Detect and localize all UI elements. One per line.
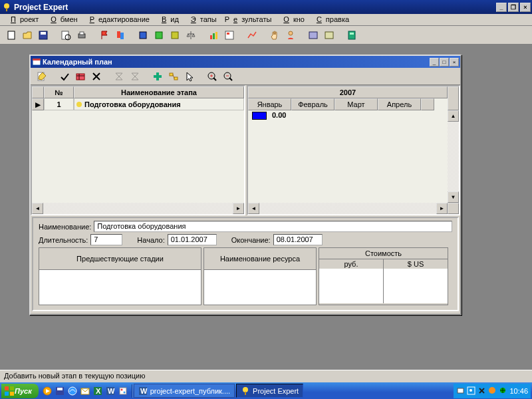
preview-icon[interactable] — [59, 28, 73, 43]
ql-media-icon[interactable] — [41, 385, 53, 397]
timeline-body[interactable]: 0.00 ▲ ▼ — [248, 110, 459, 203]
col-num-header[interactable]: № — [44, 86, 74, 98]
menu-stages[interactable]: Этапы — [183, 14, 221, 25]
save-icon[interactable] — [36, 28, 51, 43]
flag-icon[interactable] — [97, 28, 112, 43]
grid-body[interactable] — [32, 110, 244, 203]
line-chart-icon[interactable] — [245, 28, 259, 43]
cancel-icon[interactable] — [89, 69, 104, 84]
resource-table[interactable]: Наименование ресурса — [203, 247, 317, 305]
window2-icon[interactable] — [322, 28, 336, 43]
sum2-icon[interactable] — [128, 69, 142, 84]
menu-results[interactable]: Результаты — [221, 14, 276, 25]
ql-save-icon[interactable] — [54, 385, 66, 397]
tray-time[interactable]: 10:46 — [509, 387, 528, 395]
task-project-expert[interactable]: Project Expert — [236, 384, 303, 398]
close-button[interactable]: × — [520, 3, 531, 12]
cube1-icon[interactable] — [136, 28, 150, 43]
person-icon[interactable] — [283, 28, 298, 43]
scroll-down-button[interactable]: ▼ — [448, 192, 459, 203]
start-button[interactable]: Пуск — [1, 384, 39, 398]
menu-window[interactable]: Окно — [275, 14, 309, 25]
prev-stages-body[interactable] — [39, 270, 201, 305]
tray-icon[interactable] — [488, 386, 497, 395]
open-icon[interactable] — [20, 28, 35, 43]
cost-table[interactable]: Стоимость руб. $ US — [319, 247, 448, 305]
restore-button[interactable]: ❐ — [508, 3, 519, 12]
resource-body[interactable] — [204, 270, 316, 305]
flags-icon[interactable] — [113, 28, 128, 43]
duration-field[interactable]: 7 — [90, 234, 122, 245]
month-cell[interactable]: Март — [334, 98, 378, 110]
tray-icon[interactable] — [467, 386, 475, 395]
scroll-track[interactable] — [43, 203, 233, 214]
zoom-out-icon[interactable] — [221, 69, 235, 84]
h-scroll-left[interactable]: ◄ ► — [32, 203, 244, 214]
bar-chart-icon[interactable] — [206, 28, 221, 43]
end-field[interactable]: 08.01.2007 — [273, 234, 323, 245]
add-icon[interactable] — [150, 69, 165, 84]
hand-icon[interactable] — [267, 28, 282, 43]
pointer-icon[interactable] — [182, 69, 197, 84]
scroll-left-button[interactable]: ◄ — [32, 203, 43, 214]
svg-rect-56 — [120, 388, 126, 394]
cube2-icon[interactable] — [152, 28, 166, 43]
scroll-right-button[interactable]: ► — [436, 203, 448, 214]
month-cell[interactable]: Январь — [248, 98, 291, 110]
corner — [448, 86, 459, 110]
report-icon[interactable] — [222, 28, 237, 43]
system-tray[interactable]: 10:46 — [454, 384, 531, 398]
col-name-header[interactable]: Наименование этапа — [74, 86, 244, 98]
new-icon[interactable] — [4, 28, 19, 43]
cube3-icon[interactable] — [168, 28, 182, 43]
gantt-bar[interactable] — [252, 112, 267, 120]
tray-icon[interactable] — [456, 386, 465, 395]
ql-paint-icon[interactable] — [117, 385, 129, 397]
ql-excel-icon[interactable]: X — [92, 385, 104, 397]
window1-icon[interactable] — [306, 28, 321, 43]
year-header[interactable]: 2007 — [248, 86, 448, 98]
start-field[interactable]: 01.01.2007 — [168, 234, 217, 245]
name-field[interactable]: Подготовка оборудования — [94, 221, 452, 232]
table-row[interactable]: ▶ 1 Подготовка оборудования — [32, 98, 244, 110]
menu-help[interactable]: Справка — [309, 14, 353, 25]
grid-icon[interactable] — [73, 69, 88, 84]
tray-icon[interactable] — [499, 386, 507, 395]
task-word[interactable]: W project-expert_публик.... — [134, 384, 235, 398]
link-icon[interactable] — [166, 69, 181, 84]
zoom-in-icon[interactable] — [205, 69, 219, 84]
calc-icon[interactable] — [344, 28, 359, 43]
ql-ie-icon[interactable] — [66, 385, 78, 397]
scroll-up-button[interactable]: ▲ — [448, 110, 459, 122]
scroll-left-button[interactable]: ◄ — [248, 203, 259, 214]
prev-stages-table[interactable]: Предшествующие стадии — [39, 247, 201, 305]
check-icon[interactable] — [57, 69, 72, 84]
menu-edit[interactable]: Редактирование — [82, 14, 154, 25]
balance-icon[interactable] — [184, 28, 198, 43]
scroll-right-button[interactable]: ► — [233, 203, 244, 214]
menu-project[interactable]: Проект — [3, 14, 43, 25]
minimize-button[interactable]: _ — [496, 3, 507, 12]
ql-word-icon[interactable]: W — [104, 385, 116, 397]
h-scroll-right[interactable]: ◄ ► — [248, 203, 459, 214]
month-cell[interactable]: Февраль — [291, 98, 334, 110]
vscroll-track[interactable] — [448, 122, 459, 192]
print-icon[interactable] — [74, 28, 89, 43]
menu-exchange[interactable]: Обмен — [43, 14, 81, 25]
month-cell[interactable]: Апрель — [378, 98, 421, 110]
month-cell-partial[interactable] — [421, 98, 434, 110]
tray-icon[interactable] — [477, 386, 486, 395]
child-titlebar[interactable]: Календарный план _ □ × — [31, 56, 460, 68]
menu-view[interactable]: Вид — [154, 14, 183, 25]
child-maximize-button[interactable]: □ — [440, 58, 449, 66]
child-close-button[interactable]: × — [450, 58, 459, 66]
ql-outlook-icon[interactable] — [79, 385, 91, 397]
edit-icon[interactable] — [35, 69, 49, 84]
sum1-icon[interactable] — [112, 69, 126, 84]
scroll-track[interactable] — [259, 203, 436, 214]
child-minimize-button[interactable]: _ — [430, 58, 439, 66]
svg-rect-31 — [154, 75, 162, 78]
cost-body[interactable] — [319, 269, 448, 303]
main-toolbar — [0, 26, 532, 45]
v-scroll[interactable]: ▲ ▼ — [448, 110, 459, 203]
